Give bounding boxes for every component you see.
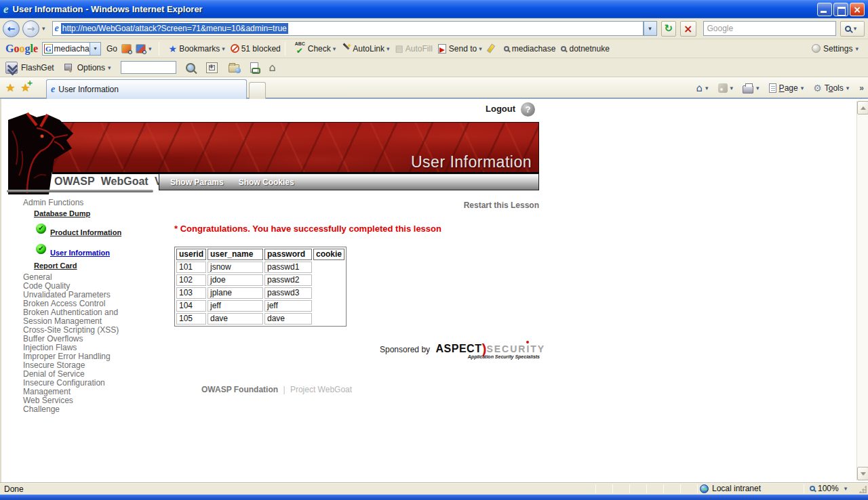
sidebar-link-product-information[interactable]: Product Information bbox=[50, 228, 121, 236]
owasp-foundation-link[interactable]: OWASP Foundation bbox=[201, 385, 278, 394]
show-params-button[interactable]: Show Params bbox=[170, 178, 224, 187]
help-button[interactable]: ? bbox=[521, 102, 535, 117]
chevron-down-icon: ▾ bbox=[801, 85, 804, 91]
more-toolbar-buttons[interactable]: » bbox=[859, 83, 864, 93]
search-go-button[interactable]: ▾ bbox=[840, 21, 865, 37]
dotnetnuke-search-button[interactable]: dotnetnuke bbox=[561, 44, 609, 54]
table-header-row: userid user_name password cookie bbox=[176, 249, 344, 260]
address-input[interactable]: e http://neo/WebGoat/attack?Screen=71&me… bbox=[52, 21, 644, 36]
autolink-button[interactable]: AutoLink ▾ bbox=[341, 44, 389, 54]
stop-icon: × bbox=[684, 22, 692, 35]
google-search-dropdown[interactable]: ▾ bbox=[90, 42, 101, 56]
refresh-button[interactable]: ↻ bbox=[661, 21, 677, 37]
spellcheck-button[interactable]: ABC✔ Check ▾ bbox=[295, 43, 336, 54]
flashget-home-icon[interactable]: ⌂ bbox=[269, 62, 276, 73]
print-button[interactable]: ▾ bbox=[741, 82, 764, 95]
cell-password: jeff bbox=[264, 300, 312, 312]
search-images-icon[interactable] bbox=[136, 44, 146, 54]
address-bar-row: ← → ▾ e http://neo/WebGoat/attack?Screen… bbox=[0, 18, 868, 39]
mediachase-search-button[interactable]: mediachase bbox=[504, 44, 556, 54]
zoom-level: 100% bbox=[818, 484, 839, 493]
popup-blocker-button[interactable]: 51 blocked bbox=[231, 44, 281, 54]
tools-menu-button[interactable]: ⚙Tools▾ bbox=[811, 81, 854, 95]
stop-button[interactable]: × bbox=[680, 21, 696, 37]
back-button[interactable]: ← bbox=[3, 20, 20, 37]
cell-user-name: jdoe bbox=[208, 274, 263, 286]
chevron-down-icon[interactable]: ▾ bbox=[108, 64, 111, 71]
send-to-icon bbox=[438, 44, 446, 54]
new-tab-button[interactable] bbox=[249, 82, 266, 99]
sidebar-item-insecure-configuration[interactable]: Insecure Configuration Management bbox=[23, 379, 138, 396]
sidebar-item-broken-authentication[interactable]: Broken Authentication and Session Manage… bbox=[23, 308, 138, 326]
vertical-scrollbar[interactable] bbox=[856, 101, 868, 480]
page-footer: OWASP Foundation | Project WebGoat bbox=[201, 385, 352, 394]
autofill-button: ▤ AutoFill bbox=[395, 43, 433, 54]
page-menu-button[interactable]: PPageage▾ bbox=[767, 82, 809, 94]
bookmarks-button[interactable]: ★ Bookmarks ▾ bbox=[169, 43, 225, 54]
site-explorer-icon[interactable] bbox=[229, 64, 239, 72]
toolbar-separator bbox=[159, 42, 159, 56]
logout-link[interactable]: Logout bbox=[486, 104, 515, 114]
highlighter-icon[interactable] bbox=[487, 43, 495, 53]
cell-user-name: jeff bbox=[208, 300, 263, 312]
close-button[interactable]: × bbox=[850, 3, 865, 16]
aspect-logo-text: ASPECT bbox=[436, 343, 482, 354]
tab-user-information[interactable]: e User Information bbox=[46, 79, 247, 99]
cell-cookie bbox=[313, 300, 344, 312]
sidebar-link-user-information[interactable]: User Information bbox=[50, 249, 110, 257]
search-type-dropdown[interactable]: ▾ bbox=[149, 45, 152, 52]
restart-lesson-link[interactable]: Restart this Lesson bbox=[408, 201, 539, 210]
search-options-dropdown: ▾ bbox=[854, 25, 857, 32]
popup-blocked-icon bbox=[231, 44, 239, 53]
status-bar: Done Local intranet 100% ▾ bbox=[0, 482, 868, 495]
title-bar: e User Information - Windows Internet Ex… bbox=[0, 0, 868, 18]
flashget-input[interactable] bbox=[121, 61, 176, 74]
google-search-box[interactable]: Gmediachase ▾ bbox=[42, 42, 101, 56]
add-favorite-icon[interactable]: ★ bbox=[20, 81, 30, 94]
download-links-icon[interactable] bbox=[250, 62, 258, 72]
bookmarks-star-icon: ★ bbox=[169, 43, 178, 54]
zoom-control[interactable]: 100% ▾ bbox=[810, 484, 850, 493]
flashget-label[interactable]: FlashGet bbox=[21, 63, 54, 72]
resize-grip[interactable] bbox=[859, 485, 867, 493]
status-separator bbox=[629, 484, 630, 493]
forward-button[interactable]: → bbox=[22, 20, 39, 37]
check-icon: ✔ bbox=[38, 225, 43, 232]
sidebar-link-database-dump[interactable]: Database Dump bbox=[34, 209, 90, 217]
search-icon bbox=[845, 26, 851, 32]
toolbar-settings-button[interactable]: Settings ▾ bbox=[812, 44, 861, 54]
table-row: 104 jeff jeff bbox=[176, 300, 344, 312]
flashget-options-button[interactable]: Options bbox=[77, 63, 105, 72]
chevron-down-icon: ▾ bbox=[855, 45, 859, 52]
cell-cookie bbox=[313, 287, 344, 299]
back-arrow-icon: ← bbox=[7, 23, 16, 34]
zone-label: Local intranet bbox=[712, 484, 761, 493]
forward-arrow-icon: → bbox=[27, 23, 35, 34]
minimize-button[interactable] bbox=[817, 3, 832, 16]
search-input[interactable]: Google bbox=[703, 21, 836, 36]
web-search-icon[interactable] bbox=[186, 63, 195, 72]
page-icon bbox=[769, 83, 776, 93]
send-to-button[interactable]: Send to ▾ bbox=[438, 44, 482, 54]
scroll-down-button[interactable] bbox=[857, 467, 868, 480]
history-dropdown[interactable]: ▾ bbox=[42, 25, 45, 32]
search-site-icon[interactable] bbox=[121, 44, 132, 54]
sidebar-header-admin-functions[interactable]: Admin Functions bbox=[23, 198, 83, 207]
chevron-down-icon: ▾ bbox=[387, 45, 390, 52]
scroll-up-button[interactable] bbox=[857, 101, 868, 114]
capture-icon[interactable] bbox=[206, 62, 218, 73]
address-dropdown-button[interactable]: ▾ bbox=[644, 21, 657, 36]
sidebar-link-report-card[interactable]: Report Card bbox=[34, 262, 77, 270]
favorites-center-icon[interactable]: ★ bbox=[5, 81, 15, 94]
show-cookies-button[interactable]: Show Cookies bbox=[239, 178, 294, 187]
project-webgoat-link[interactable]: Project WebGoat bbox=[290, 385, 352, 394]
google-go-button[interactable]: Go bbox=[106, 44, 117, 54]
home-button[interactable]: ⌂▾ bbox=[694, 81, 713, 96]
zoom-icon bbox=[810, 486, 815, 491]
restore-button[interactable] bbox=[833, 3, 848, 16]
table-row: 101 jsnow passwd1 bbox=[176, 262, 344, 273]
col-header-password: password bbox=[264, 249, 312, 260]
google-logo: Google bbox=[5, 43, 38, 55]
cell-user-name: jplane bbox=[208, 287, 263, 299]
sidebar-item-challenge[interactable]: Challenge bbox=[23, 405, 138, 414]
